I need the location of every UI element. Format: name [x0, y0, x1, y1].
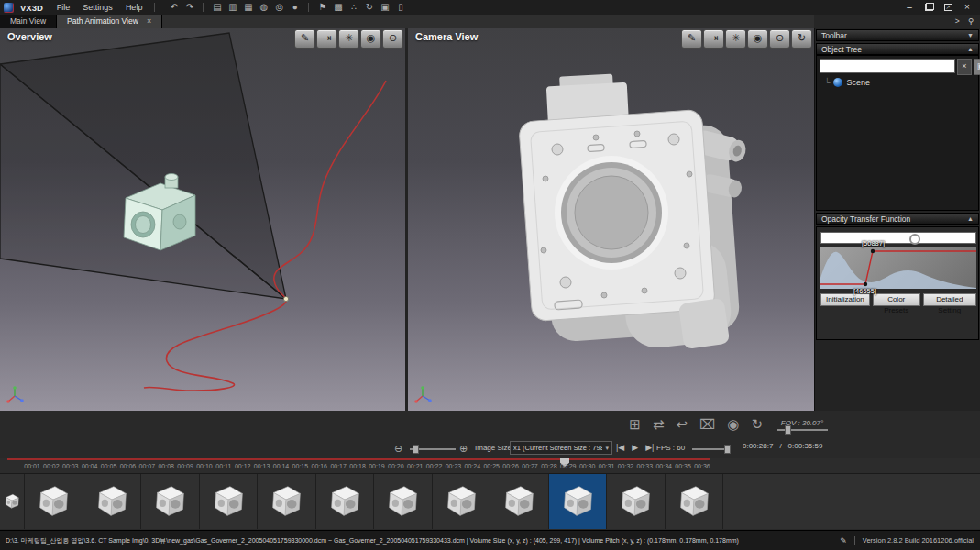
otf-upper-node[interactable]	[871, 249, 875, 253]
camera-position-dot[interactable]	[283, 296, 288, 301]
chevron-down-icon[interactable]: ▼	[967, 32, 974, 38]
minimize-button[interactable]: –	[904, 1, 915, 14]
menu-settings[interactable]: Settings	[76, 0, 119, 15]
keyframe-thumbnail[interactable]	[0, 474, 25, 529]
fov-slider[interactable]	[777, 429, 828, 431]
close-icon[interactable]: ×	[147, 16, 151, 26]
timeline-zoom-in-icon[interactable]: ⊕	[459, 441, 468, 456]
play-button[interactable]: ▶	[632, 441, 638, 454]
image-size-dropdown[interactable]: x1 (Current Screen Size : 798x751) ▾	[510, 441, 612, 455]
save-icon[interactable]: ▦	[240, 0, 256, 15]
object-tree-panel-header[interactable]: Object Tree ▲	[816, 43, 979, 55]
open-icon[interactable]: ▤	[209, 0, 225, 15]
sidebar-expand-icon[interactable]: >	[955, 16, 960, 27]
tab-label: Main View	[10, 16, 46, 26]
tree-item-scene[interactable]: └ Scene	[824, 78, 870, 87]
update-keyframe-icon[interactable]: ⇄	[653, 412, 665, 436]
fov-control: FOV : 30.07°	[775, 419, 830, 431]
sphere-view-icon[interactable]: ●	[287, 0, 303, 15]
orbit-icon[interactable]: ↻	[791, 29, 812, 49]
fps-slider[interactable]	[692, 448, 731, 450]
timeline-zoom-out-icon[interactable]: ⊖	[394, 441, 402, 456]
region-icon[interactable]: ▩	[330, 0, 346, 15]
edit-note-icon[interactable]: ✎	[840, 536, 847, 545]
undo-icon[interactable]: ↶	[166, 0, 182, 15]
object-search-input[interactable]	[820, 59, 955, 73]
insert-keyframe-icon[interactable]: ↩	[676, 412, 688, 436]
add-keyframe-icon[interactable]: ⊞	[629, 412, 641, 436]
keyframe-thumbnail[interactable]	[666, 474, 724, 529]
restore-button[interactable]	[923, 1, 934, 14]
search-options-button[interactable]: ▣	[974, 59, 980, 75]
animation-toolbar: ⊞⇄↩⌧◉↻FOV : 30.07°	[509, 411, 830, 438]
navigation-icon[interactable]: ⊙	[769, 29, 790, 49]
timeline-zoom-slider[interactable]	[410, 448, 456, 450]
camera-3d-canvas[interactable]	[408, 28, 814, 411]
color-presets-button[interactable]: Color Presets	[873, 293, 920, 306]
keyframe-thumbnail[interactable]	[83, 474, 142, 529]
redo-icon[interactable]: ↷	[182, 0, 197, 15]
chevron-up-icon[interactable]: ▲	[967, 46, 974, 52]
fov-slider-handle[interactable]	[785, 425, 791, 434]
tab-main-view[interactable]: Main View	[0, 15, 57, 28]
keyframe-thumbnail[interactable]	[258, 474, 316, 529]
otf-color-handle[interactable]	[909, 234, 920, 245]
effects-icon[interactable]: ✳	[338, 29, 359, 49]
point-cloud-icon[interactable]: ∴	[346, 0, 361, 15]
keyframe-thumbnail[interactable]	[549, 474, 608, 529]
keyframe-thumbnail[interactable]	[374, 474, 433, 529]
snapshot-icon[interactable]: ◉	[747, 29, 768, 49]
scene-globe-icon	[833, 78, 842, 87]
delete-keyframe-icon[interactable]: ⌧	[699, 412, 715, 436]
keyframe-thumbnail[interactable]	[316, 474, 375, 529]
effects-icon[interactable]: ✳	[725, 29, 746, 49]
flag-icon[interactable]: ⚑	[314, 0, 330, 15]
keyframe-thumbnail[interactable]	[433, 474, 491, 529]
initialization-button[interactable]: Initialization	[820, 293, 870, 306]
render-mode-icon[interactable]: ◍	[256, 0, 271, 15]
otf-panel-header[interactable]: Opacity Transfer Function ▲	[816, 213, 979, 225]
timeline-ruler[interactable]: 00:0100:0200:0300:0400:0500:0600:0700:08…	[0, 458, 980, 473]
tree-item-label: Scene	[846, 78, 870, 87]
tab-path-animation-view[interactable]: Path Animation View×	[57, 15, 162, 28]
close-button[interactable]: ×	[962, 1, 973, 14]
rotate-icon[interactable]: ↻	[361, 0, 377, 15]
prev-frame-button[interactable]: |◀	[616, 441, 624, 454]
export-video-icon[interactable]: ◉	[727, 412, 739, 436]
camera-viewport[interactable]: Camera View ✎⇥✳◉⊙↻	[408, 28, 814, 411]
chevron-up-icon[interactable]: ▲	[967, 215, 974, 222]
fps-slider-handle[interactable]	[724, 445, 731, 454]
edit-path-icon[interactable]: ✎	[681, 29, 702, 49]
keyframe-thumbnail[interactable]	[141, 474, 200, 529]
keyframe-thumbnail[interactable]	[607, 474, 666, 529]
popout-button[interactable]: ↗	[942, 1, 953, 14]
import-keyframe-icon[interactable]: ⇥	[316, 29, 337, 49]
annotation-icon[interactable]: ▣	[377, 0, 392, 15]
snapshot-icon[interactable]: ◉	[360, 29, 381, 49]
next-frame-button[interactable]: ▶|	[645, 441, 654, 454]
otf-histogram[interactable]	[820, 247, 976, 289]
notes-icon[interactable]: ▥	[225, 0, 240, 15]
edit-path-icon[interactable]: ✎	[294, 29, 315, 49]
loop-playback-icon[interactable]: ↻	[751, 412, 763, 436]
keyframe-thumbnail[interactable]	[490, 474, 549, 529]
object-tree-search-row: × ▣	[820, 59, 980, 75]
otf-color-bar[interactable]	[820, 232, 976, 244]
timeline-zoom-slider-handle[interactable]	[413, 445, 419, 454]
menu-help[interactable]: Help	[119, 0, 149, 15]
search-clear-button[interactable]: ×	[957, 59, 972, 75]
menu-file[interactable]: File	[50, 0, 77, 15]
otf-lower-node[interactable]	[864, 282, 867, 286]
import-keyframe-icon[interactable]: ⇥	[703, 29, 724, 49]
keyframe-thumbnail[interactable]	[200, 474, 259, 529]
overview-3d-canvas[interactable]	[0, 28, 405, 411]
report-icon[interactable]: ▯	[392, 0, 408, 15]
navigation-icon[interactable]: ⊙	[382, 29, 403, 49]
keyframe-thumbnail[interactable]	[25, 474, 83, 529]
toolbar-panel-header[interactable]: Toolbar ▼	[816, 29, 979, 41]
overview-viewport[interactable]: Overview ✎⇥✳◉⊙	[0, 28, 405, 411]
sidebar-pin-icon[interactable]: ⚲	[968, 16, 974, 27]
toolbar-separator	[308, 3, 309, 12]
detailed-setting-button[interactable]: Detailed Setting	[923, 293, 976, 306]
snapshot-icon[interactable]: ◎	[271, 0, 287, 15]
